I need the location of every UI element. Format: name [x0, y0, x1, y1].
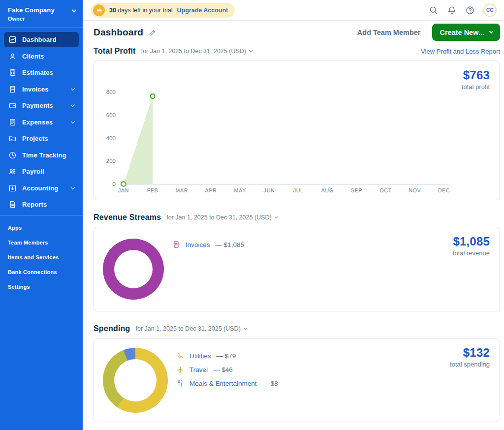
svg-text:FEB: FEB [147, 187, 158, 193]
main-area: 30 days left in your trial Upgrade Accou… [83, 0, 504, 430]
total-profit-label: total profit [462, 83, 490, 91]
page-title: Dashboard [94, 27, 143, 38]
date-range-selector[interactable]: for Jan 1, 2025 to Dec 31, 2025 (USD) [166, 214, 277, 221]
total-revenue-value: $1,085 [453, 235, 490, 248]
sidebar-item-items-and-services[interactable]: Items and Services [8, 250, 75, 265]
sidebar-nav: DashboardClientsEstimatesInvoicesPayment… [0, 31, 83, 214]
company-name: Fake Company [8, 6, 55, 14]
plane-icon [176, 366, 184, 373]
legend-item-invoices: Invoices— $1,085 [172, 241, 244, 248]
create-new-button[interactable]: Create New... [432, 24, 500, 41]
svg-text:NOV: NOV [409, 187, 421, 193]
bell-icon[interactable] [447, 5, 457, 15]
upgrade-account-link[interactable]: Upgrade Account [177, 7, 228, 14]
sidebar-item-label: Accounting [22, 184, 59, 192]
section-title: Total Profit [94, 47, 136, 56]
legend-link-utilities[interactable]: Utilities [189, 352, 211, 360]
sidebar-item-team-members[interactable]: Team Members [8, 235, 75, 250]
payments-icon [8, 101, 17, 110]
svg-text:SEP: SEP [351, 187, 362, 193]
invoice-icon [172, 241, 180, 248]
sidebar-item-label: Clients [22, 53, 44, 60]
chevron-down-icon [71, 103, 75, 107]
company-role: Owner [8, 16, 55, 22]
spending-section-header: Spending for Jan 1, 2025 to Dec 31, 2025… [94, 324, 500, 333]
revenue-streams-section-header: Revenue Streams for Jan 1, 2025 to Dec 3… [94, 213, 500, 222]
legend-link-meals-entertainment[interactable]: Meals & Entertainment [189, 380, 257, 387]
legend-item-utilities: Utilities— $79 [176, 352, 278, 360]
sidebar-item-reports[interactable]: Reports [4, 197, 79, 212]
chevron-down-icon [249, 49, 252, 52]
svg-text:JUL: JUL [293, 187, 304, 193]
sidebar-item-settings[interactable]: Settings [8, 279, 75, 294]
company-switcher[interactable]: Fake Company Owner [0, 0, 83, 26]
sidebar-item-payroll[interactable]: Payroll [4, 164, 79, 179]
chevron-down-icon [244, 326, 247, 330]
help-icon[interactable] [465, 5, 475, 15]
sidebar-item-dashboard[interactable]: Dashboard [4, 32, 79, 47]
svg-text:JUN: JUN [264, 187, 275, 193]
content: Dashboard Add Team Member Create New... … [83, 21, 504, 430]
legend-item-travel: Travel— $46 [176, 366, 278, 373]
legend-link-invoices[interactable]: Invoices [186, 241, 210, 248]
svg-text:0: 0 [113, 181, 116, 187]
estimates-icon [8, 68, 17, 77]
sidebar-item-label: Estimates [22, 69, 53, 76]
section-title: Revenue Streams [94, 213, 161, 222]
dashboard-icon [8, 35, 17, 44]
sidebar-item-label: Time Tracking [22, 152, 66, 159]
sidebar-item-label: Projects [22, 135, 48, 142]
payroll-icon [8, 167, 17, 176]
svg-text:APR: APR [205, 187, 217, 193]
sidebar-item-label: Payroll [22, 168, 44, 175]
svg-text:DEC: DEC [438, 187, 450, 193]
utensils-icon [176, 379, 184, 387]
revenue-donut-chart [103, 239, 164, 300]
invoices-icon [8, 85, 17, 93]
sidebar-item-bank-connections[interactable]: Bank Connections [8, 265, 75, 279]
sidebar-item-invoices[interactable]: Invoices [4, 82, 79, 97]
trial-days: 30 [109, 7, 116, 14]
sidebar-item-label: Invoices [22, 86, 49, 93]
spending-legend: Utilities— $79Travel— $46Meals & Enterta… [176, 338, 278, 387]
time-tracking-icon [8, 151, 17, 159]
chevron-down-icon [71, 185, 75, 189]
date-range-selector[interactable]: for Jan 1, 2025 to Dec 31, 2025 (USD) [141, 48, 252, 55]
sidebar-item-label: Payments [22, 102, 53, 109]
search-icon[interactable] [429, 5, 439, 15]
sidebar-item-projects[interactable]: Projects [4, 131, 79, 146]
legend-amount: — $46 [213, 366, 233, 373]
add-team-member-button[interactable]: Add Team Member [357, 29, 421, 36]
crown-icon [93, 4, 105, 16]
sidebar-divider [0, 28, 83, 28]
sidebar-item-time-tracking[interactable]: Time Tracking [4, 148, 79, 163]
accounting-icon [8, 184, 17, 192]
edit-dashboard-pencil-icon[interactable] [149, 29, 157, 36]
clients-icon [8, 52, 17, 61]
sidebar-item-accounting[interactable]: Accounting [4, 181, 79, 196]
total-revenue-label: total revenue [453, 249, 490, 257]
sidebar-item-expenses[interactable]: Expenses [4, 115, 79, 130]
legend-amount: — $1,085 [216, 241, 245, 248]
sidebar-item-clients[interactable]: Clients [4, 49, 79, 64]
trial-text: 30 days left in your trial [109, 7, 173, 14]
sidebar-item-payments[interactable]: Payments [4, 98, 79, 113]
avatar[interactable]: CC [483, 3, 497, 17]
view-profit-loss-report-link[interactable]: View Profit and Loss Report [421, 48, 500, 55]
topbar-actions: CC [429, 3, 497, 17]
profit-area-chart: 0200400600800JANFEBMARAPRMAYJUNJULAUGSEP… [94, 61, 500, 200]
reports-icon [8, 200, 17, 209]
trial-banner: 30 days left in your trial Upgrade Accou… [91, 3, 235, 18]
svg-text:600: 600 [106, 112, 116, 118]
total-spending-label: total spending [450, 361, 490, 368]
legend-link-travel[interactable]: Travel [189, 366, 208, 373]
svg-text:200: 200 [106, 158, 116, 164]
total-profit-section-header: Total Profit for Jan 1, 2025 to Dec 31, … [94, 47, 500, 56]
revenue-legend: Invoices— $1,085 [172, 227, 244, 248]
sidebar-item-apps[interactable]: Apps [8, 220, 75, 235]
svg-text:MAR: MAR [176, 187, 189, 193]
chevron-down-icon [72, 8, 77, 13]
sidebar-item-estimates[interactable]: Estimates [4, 65, 79, 80]
date-range-selector[interactable]: for Jan 1, 2025 to Dec 31, 2025 (USD) [135, 325, 246, 332]
sidebar-item-label: Reports [22, 201, 47, 208]
